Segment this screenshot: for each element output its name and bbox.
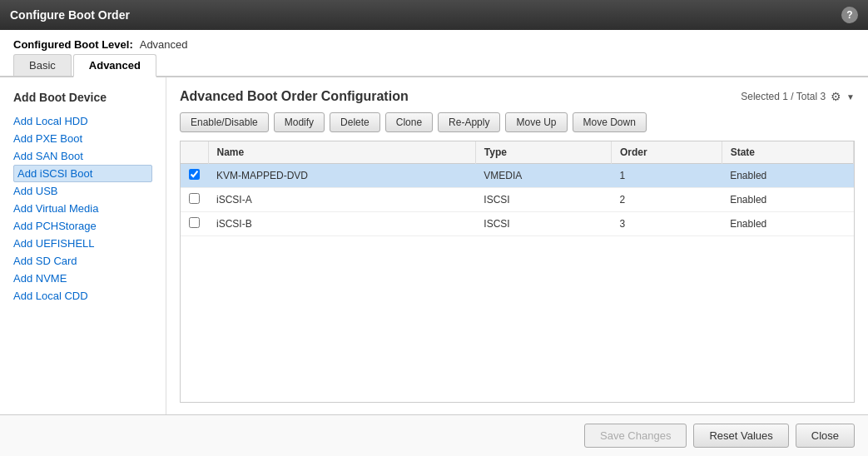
delete-button[interactable]: Delete	[330, 112, 380, 132]
row-type: ISCSI	[475, 188, 611, 212]
title-bar: Configure Boot Order ?	[0, 0, 868, 30]
row-state: Enabled	[722, 164, 853, 188]
col-header-order: Order	[612, 141, 722, 164]
row-type: ISCSI	[475, 212, 611, 236]
row-checkbox-cell	[181, 188, 208, 212]
col-header-type: Type	[475, 141, 611, 164]
config-title: Advanced Boot Order Configuration	[180, 89, 409, 104]
row-checkbox-cell	[181, 164, 208, 188]
col-header-name: Name	[208, 141, 475, 164]
sidebar-heading: Add Boot Device	[13, 91, 152, 104]
sidebar-item-add-local-hdd[interactable]: Add Local HDD	[13, 112, 152, 130]
sidebar-item-add-pxe-boot[interactable]: Add PXE Boot	[13, 130, 152, 147]
sidebar: Add Boot Device Add Local HDD Add PXE Bo…	[0, 77, 166, 414]
selection-info-text: Selected 1 / Total 3	[741, 91, 826, 102]
close-button[interactable]: Close	[796, 424, 855, 448]
row-order: 2	[612, 188, 722, 212]
dropdown-arrow-icon[interactable]: ▼	[846, 92, 855, 102]
row-checkbox-cell	[181, 212, 208, 236]
row-type: VMEDIA	[475, 164, 611, 188]
sidebar-item-add-pch-storage[interactable]: Add PCHStorage	[13, 217, 152, 235]
title-text: Configure Boot Order	[10, 8, 130, 22]
tab-basic[interactable]: Basic	[13, 54, 72, 76]
row-state: Enabled	[722, 212, 853, 236]
sidebar-item-add-nvme[interactable]: Add NVME	[13, 270, 152, 287]
row-name: KVM-MAPPED-DVD	[208, 164, 475, 188]
enable-disable-button[interactable]: Enable/Disable	[180, 112, 269, 132]
toolbar: Enable/Disable Modify Delete Clone Re-Ap…	[180, 112, 855, 132]
config-boot-level-value: Advanced	[140, 38, 188, 51]
sidebar-item-add-sd-card[interactable]: Add SD Card	[13, 252, 152, 270]
table-row[interactable]: KVM-MAPPED-DVD VMEDIA 1 Enabled	[181, 164, 854, 188]
col-header-state: State	[722, 141, 853, 164]
sidebar-item-add-usb[interactable]: Add USB	[13, 182, 152, 200]
body-section: Add Boot Device Add Local HDD Add PXE Bo…	[0, 77, 868, 414]
clone-button[interactable]: Clone	[385, 112, 433, 132]
sidebar-item-add-uefishell[interactable]: Add UEFISHELL	[13, 235, 152, 252]
row-order: 1	[612, 164, 722, 188]
config-section: Advanced Boot Order Configuration Select…	[166, 77, 868, 414]
table-row[interactable]: iSCSI-B ISCSI 3 Enabled	[181, 212, 854, 236]
re-apply-button[interactable]: Re-Apply	[438, 112, 500, 132]
save-changes-button[interactable]: Save Changes	[584, 424, 687, 448]
tab-bar: Basic Advanced	[0, 54, 868, 77]
row-name: iSCSI-B	[208, 212, 475, 236]
main-content: Configured Boot Level: Advanced Basic Ad…	[0, 30, 868, 456]
table-row[interactable]: iSCSI-A ISCSI 2 Enabled	[181, 188, 854, 212]
config-header: Advanced Boot Order Configuration Select…	[180, 89, 855, 104]
row-state: Enabled	[722, 188, 853, 212]
row-checkbox[interactable]	[189, 169, 200, 180]
reset-values-button[interactable]: Reset Values	[693, 424, 788, 448]
tab-advanced[interactable]: Advanced	[73, 54, 156, 77]
gear-icon[interactable]: ⚙	[831, 90, 841, 103]
row-checkbox[interactable]	[189, 217, 200, 228]
sidebar-item-add-san-boot[interactable]: Add SAN Boot	[13, 147, 152, 165]
sidebar-item-add-iscsi-boot[interactable]: Add iSCSI Boot	[13, 165, 152, 182]
sidebar-item-add-virtual-media[interactable]: Add Virtual Media	[13, 200, 152, 217]
config-boot-level-label: Configured Boot Level:	[13, 38, 133, 51]
sidebar-item-add-local-cdd[interactable]: Add Local CDD	[13, 287, 152, 305]
config-boot-level-row: Configured Boot Level: Advanced	[0, 30, 868, 54]
footer-bar: Save Changes Reset Values Close	[0, 414, 868, 456]
col-header-checkbox	[181, 141, 208, 164]
help-button[interactable]: ?	[841, 7, 858, 23]
modify-button[interactable]: Modify	[274, 112, 325, 132]
row-name: iSCSI-A	[208, 188, 475, 212]
selection-info-area: Selected 1 / Total 3 ⚙ ▼	[741, 90, 855, 103]
row-checkbox[interactable]	[189, 193, 200, 204]
move-down-button[interactable]: Move Down	[573, 112, 647, 132]
data-table: Name Type Order State KVM-MAPPED-DVD VME…	[180, 141, 855, 403]
row-order: 3	[612, 212, 722, 236]
move-up-button[interactable]: Move Up	[505, 112, 567, 132]
